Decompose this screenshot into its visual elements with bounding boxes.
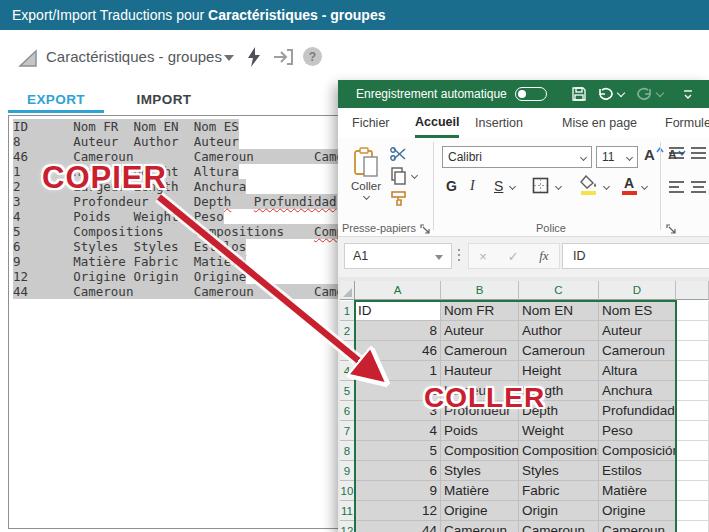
cell-B4[interactable]: Hauteur	[441, 361, 519, 381]
cell-D8[interactable]: Composición	[599, 441, 676, 461]
insert-function-icon[interactable]: fx	[539, 248, 548, 264]
cell-C2[interactable]: Author	[519, 321, 599, 341]
ribbon-tab-mise-en-page[interactable]: Mise en page	[562, 108, 637, 138]
cell-E8[interactable]	[676, 441, 709, 461]
cell-E5[interactable]	[676, 381, 709, 401]
cell-A3[interactable]: 46	[355, 341, 441, 361]
underline-button[interactable]: S	[494, 178, 503, 194]
undo-icon[interactable]	[597, 86, 614, 102]
cell-B12[interactable]: Cameroun	[441, 521, 519, 532]
cell-E12[interactable]	[676, 521, 709, 532]
ribbon-tab-fichier[interactable]: Fichier	[352, 108, 390, 138]
cell-A4[interactable]: 1	[355, 361, 441, 381]
align-center-icon[interactable]	[690, 180, 707, 194]
font-color-caret-icon[interactable]	[641, 183, 648, 190]
cell-B3[interactable]: Cameroun	[441, 341, 519, 361]
cell-D2[interactable]: Auteur	[599, 321, 676, 341]
quick-access-options-icon[interactable]	[681, 87, 695, 101]
cell-D4[interactable]: Altura	[599, 361, 676, 381]
cell-A2[interactable]: 8	[355, 321, 441, 341]
name-box[interactable]: A1	[344, 243, 452, 269]
cell-C1[interactable]: Nom EN	[519, 301, 599, 321]
cell-D11[interactable]: Origine	[599, 501, 676, 521]
cell-C10[interactable]: Fabric	[519, 481, 599, 501]
cell-B9[interactable]: Styles	[441, 461, 519, 481]
cell-A1[interactable]: ID	[355, 301, 441, 321]
align-left-icon[interactable]	[668, 180, 685, 194]
cell-C9[interactable]: Styles	[519, 461, 599, 481]
undo-caret-icon[interactable]	[617, 88, 625, 96]
cell-B8[interactable]: Compositions	[441, 441, 519, 461]
cell-D5[interactable]: Anchura	[599, 381, 676, 401]
row-header-5[interactable]: 5	[340, 381, 355, 401]
cell-B2[interactable]: Auteur	[441, 321, 519, 341]
row-header-1[interactable]: 1	[340, 301, 355, 321]
cell-B7[interactable]: Poids	[441, 421, 519, 441]
cell-A9[interactable]: 6	[355, 461, 441, 481]
cell-E4[interactable]	[676, 361, 709, 381]
save-icon[interactable]	[571, 86, 587, 102]
cell-A11[interactable]: 12	[355, 501, 441, 521]
cell-D10[interactable]: Matière	[599, 481, 676, 501]
cell-C11[interactable]: Origin	[519, 501, 599, 521]
cell-D7[interactable]: Peso	[599, 421, 676, 441]
fill-color-icon[interactable]	[580, 175, 598, 189]
column-header-e[interactable]	[676, 281, 709, 300]
clipboard-dialog-launcher-icon[interactable]	[420, 224, 430, 234]
row-header-11[interactable]: 11	[340, 501, 355, 521]
cell-D3[interactable]: Cameroun	[599, 341, 676, 361]
cell-E10[interactable]	[676, 481, 709, 501]
ribbon-tab-formules[interactable]: Formules	[665, 108, 709, 138]
cell-B10[interactable]: Matière	[441, 481, 519, 501]
cell-C3[interactable]: Cameroun	[519, 341, 599, 361]
font-size-combo[interactable]: 11	[596, 146, 638, 168]
cell-E7[interactable]	[676, 421, 709, 441]
ribbon-tab-accueil[interactable]: Accueil	[415, 108, 459, 138]
cell-E9[interactable]	[676, 461, 709, 481]
column-header-A[interactable]: A	[355, 281, 441, 300]
cell-C8[interactable]: Compositions	[519, 441, 599, 461]
format-painter-icon[interactable]	[390, 190, 408, 208]
select-all-corner[interactable]	[340, 281, 355, 300]
row-header-8[interactable]: 8	[340, 441, 355, 461]
export-arrow-icon[interactable]	[272, 46, 296, 68]
font-dialog-launcher-icon[interactable]	[666, 224, 676, 234]
bold-button[interactable]: G	[446, 178, 457, 194]
cell-E6[interactable]	[676, 401, 709, 421]
fill-color-caret-icon[interactable]	[603, 183, 610, 190]
cell-D12[interactable]: Cameroun	[599, 521, 676, 532]
paste-button[interactable]: Coller	[346, 142, 386, 204]
row-header-9[interactable]: 9	[340, 461, 355, 481]
lightning-icon[interactable]	[243, 45, 265, 69]
entity-selector-caret-icon[interactable]	[224, 55, 234, 61]
borders-icon[interactable]	[532, 177, 549, 194]
cell-A7[interactable]: 4	[355, 421, 441, 441]
font-color-button[interactable]: A	[624, 175, 634, 191]
font-name-combo[interactable]: Calibri	[442, 146, 592, 168]
row-header-6[interactable]: 6	[340, 401, 355, 421]
copy-icon[interactable]	[390, 167, 407, 185]
cell-A8[interactable]: 5	[355, 441, 441, 461]
cell-C12[interactable]: Cameroun	[519, 521, 599, 532]
cell-E2[interactable]	[676, 321, 709, 341]
help-icon[interactable]: ?	[303, 47, 322, 66]
row-header-3[interactable]: 3	[340, 341, 355, 361]
cut-icon[interactable]	[390, 147, 407, 162]
row-header-12[interactable]: 12	[340, 521, 355, 532]
row-header-4[interactable]: 4	[340, 361, 355, 381]
cell-B1[interactable]: Nom FR	[441, 301, 519, 321]
formula-input[interactable]: ID	[562, 243, 709, 269]
cell-C4[interactable]: Height	[519, 361, 599, 381]
align-middle-icon[interactable]	[690, 146, 707, 160]
column-header-C[interactable]: C	[519, 281, 599, 300]
cell-A10[interactable]: 9	[355, 481, 441, 501]
cell-D1[interactable]: Nom ES	[599, 301, 676, 321]
cell-A12[interactable]: 44	[355, 521, 441, 532]
cell-B11[interactable]: Origine	[441, 501, 519, 521]
column-header-B[interactable]: B	[441, 281, 519, 300]
autosave-toggle[interactable]	[515, 87, 547, 101]
formula-bar-splitter[interactable]	[458, 249, 460, 264]
cell-E1[interactable]	[676, 301, 709, 321]
align-top-icon[interactable]	[668, 146, 685, 160]
column-header-D[interactable]: D	[599, 281, 676, 300]
